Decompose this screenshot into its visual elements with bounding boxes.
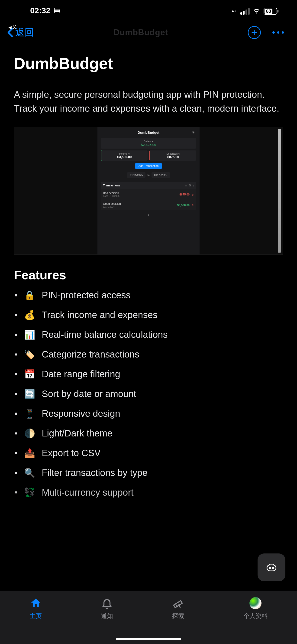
back-to-app[interactable]: ◀X: [8, 24, 16, 31]
feature-text: Light/Dark theme: [42, 428, 113, 438]
feature-text: PIN-protected access: [42, 290, 130, 300]
feature-text: Multi-currency support: [42, 487, 134, 498]
tab-label: 通知: [101, 612, 113, 620]
transaction-row: Good decision12/31/2024$3,500.00🗑: [101, 200, 196, 210]
back-label: 返回: [15, 26, 34, 39]
feature-emoji: 📅: [24, 369, 35, 379]
feature-item: 🔄Sort by date or amount: [15, 389, 283, 399]
app-screenshot: ☀ DumbBudget Balance $2,625.00 Income ▽ …: [97, 127, 200, 254]
fade-mask: [0, 574, 297, 590]
feature-emoji: 🌓: [24, 428, 35, 438]
tab-home[interactable]: 主页: [30, 597, 42, 620]
feature-item: 📱Responsive design: [15, 408, 283, 419]
balance-box: Balance $2,625.00: [101, 138, 196, 148]
feature-text: Responsive design: [42, 408, 120, 419]
feature-item: 🌓Light/Dark theme: [15, 428, 283, 438]
telescope-icon: [172, 597, 184, 610]
feature-text: Sort by date or amount: [42, 389, 136, 399]
feature-item: 📅Date range filtering: [15, 369, 283, 379]
status-bar: 02:32 🛏 68: [0, 0, 297, 21]
feature-emoji: 📱: [24, 408, 35, 419]
feature-text: Filter transactions by type: [42, 468, 148, 478]
feature-item: 💱Multi-currency support: [15, 487, 283, 498]
features-heading: Features: [14, 268, 283, 282]
delete-icon: 🗑: [191, 193, 194, 196]
feature-text: Real-time balance calculations: [42, 330, 168, 340]
calendar-icon: ▭: [185, 184, 187, 187]
divider: [14, 78, 283, 78]
add-transaction-button: Add Transaction: [135, 163, 162, 169]
sleep-icon: 🛏: [54, 6, 60, 14]
feature-emoji: 📊: [24, 330, 35, 340]
avatar-icon: [250, 597, 262, 610]
tab-label: 探索: [172, 612, 184, 620]
battery-indicator: 68: [264, 8, 279, 15]
home-indicator[interactable]: [116, 638, 181, 640]
svg-point-4: [272, 567, 274, 568]
svg-rect-2: [267, 565, 276, 571]
feature-text: Export to CSV: [42, 448, 100, 458]
feature-item: 🔍Filter transactions by type: [15, 468, 283, 478]
feature-item: 🔒PIN-protected access: [15, 290, 283, 300]
tab-notifications[interactable]: 通知: [101, 597, 113, 620]
feature-emoji: 🔒: [24, 290, 35, 300]
feature-item: 📤Export to CSV: [15, 448, 283, 458]
screenshot-container: ☀ DumbBudget Balance $2,625.00 Income ▽ …: [14, 127, 283, 255]
content: DumbBudget A simple, secure personal bud…: [0, 44, 297, 498]
dual-sim-icon: [232, 10, 236, 12]
feature-item: 💰Track income and expenses: [15, 310, 283, 320]
scrollbar[interactable]: [278, 129, 281, 252]
shot-title: DumbBudget: [101, 130, 196, 134]
feature-emoji: 💱: [24, 487, 35, 498]
currency-icon: $: [189, 184, 191, 187]
feature-emoji: 🔄: [24, 389, 35, 399]
transaction-row: Bad decisionFood • 1/8/2025-$875.00🗑: [101, 189, 196, 200]
home-icon: [30, 597, 42, 610]
feature-item: 🏷️Categorize transactions: [15, 349, 283, 360]
wifi-icon: [253, 6, 261, 16]
feature-emoji: 📤: [24, 448, 35, 458]
nav-bar: 返回 DumbBudget: [0, 21, 297, 44]
feature-emoji: 🏷️: [24, 350, 35, 360]
status-time: 02:32: [30, 6, 50, 15]
tab-label: 个人资料: [243, 612, 268, 620]
tab-label: 主页: [30, 612, 42, 620]
delete-icon: 🗑: [191, 204, 194, 206]
feature-item: 📊Real-time balance calculations: [15, 330, 283, 340]
nav-title: DumbBudget: [113, 28, 168, 38]
feature-text: Date range filtering: [42, 369, 120, 379]
more-button[interactable]: [273, 31, 284, 34]
sort-icon: ↓: [193, 184, 194, 187]
copilot-button[interactable]: [258, 554, 286, 581]
page-title: DumbBudget: [14, 54, 283, 72]
cell-signal-icon: [240, 8, 250, 15]
description: A simple, secure personal budgeting app …: [14, 88, 283, 116]
feature-emoji: 🔍: [24, 468, 35, 478]
expenses-box: Expenses ▽ $875.00: [149, 150, 196, 161]
features-list: 🔒PIN-protected access💰Track income and e…: [14, 290, 283, 498]
income-box: Income ▽ $3,500.00: [101, 150, 148, 161]
feature-text: Categorize transactions: [42, 349, 139, 360]
tab-explore[interactable]: 探索: [172, 597, 184, 620]
date-range: 01/01/2025 to 01/31/2025: [101, 172, 196, 178]
add-button[interactable]: [248, 26, 261, 39]
feature-emoji: 💰: [24, 310, 35, 320]
feature-text: Track income and expenses: [42, 310, 158, 320]
svg-point-3: [269, 567, 271, 568]
transactions-header: Transactions ▭$↓: [101, 182, 196, 189]
export-icon: ⤓: [101, 213, 196, 217]
theme-toggle-icon: ☀: [192, 130, 195, 134]
bell-icon: [101, 597, 113, 610]
tab-profile[interactable]: 个人资料: [243, 597, 268, 620]
tab-bar: 主页 通知 探索 个人资料: [0, 590, 297, 644]
